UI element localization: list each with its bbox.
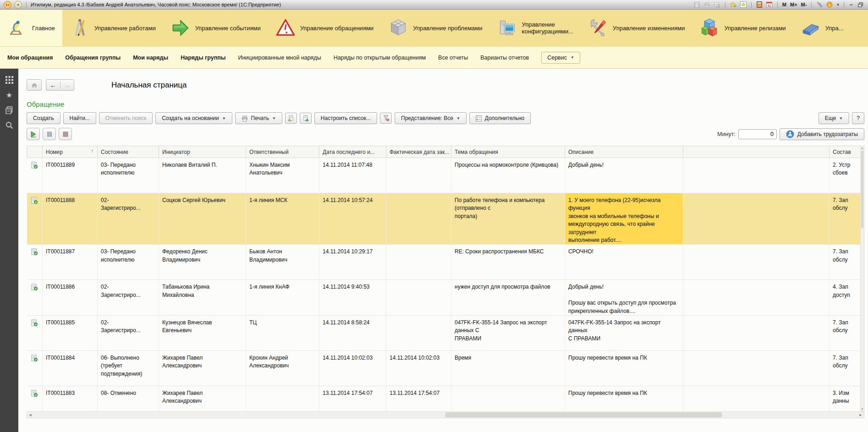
doc-check-icon — [27, 193, 43, 245]
home-button[interactable] — [27, 79, 42, 91]
table-row[interactable]: IT0001188602- Зарегистриро...Табанькова … — [27, 280, 861, 316]
tab-release-management[interactable]: Управление релизами — [692, 10, 793, 46]
tab-request-management[interactable]: Управление обращениями — [268, 10, 381, 46]
home-icon — [31, 82, 38, 88]
menu-my-orders[interactable]: Мои наряды — [133, 55, 168, 61]
tab-event-management[interactable]: Управление событиями — [163, 10, 268, 46]
col-initiator[interactable]: Инициатор — [159, 146, 246, 158]
form-menu-bar: Мои обращения Обращения группы Мои наряд… — [0, 47, 868, 69]
tab-configuration-management[interactable]: Управление конфигурациями... — [490, 10, 581, 46]
table-row[interactable]: IT0001188802- Зарегистриро...Соцков Серг… — [27, 193, 861, 245]
menu-group-orders[interactable]: Наряды группы — [181, 55, 225, 61]
sections-panel-icon[interactable] — [5, 75, 14, 84]
favorites-icon[interactable] — [740, 1, 747, 8]
tab-label: Управление изменениями — [613, 25, 685, 32]
print-button[interactable]: Печать▼ — [235, 112, 282, 124]
col-responsible[interactable]: Ответственный — [246, 146, 319, 158]
print-icon[interactable] — [703, 1, 711, 8]
more-button[interactable]: Еще▼ — [819, 112, 849, 124]
table-row[interactable]: IT0001188406- Выполнено (требует подтвер… — [27, 350, 861, 386]
vertical-scroll-thumb[interactable] — [861, 150, 863, 228]
col-state[interactable]: Состояние — [98, 146, 159, 158]
col-icon[interactable] — [27, 146, 43, 158]
cell-subject — [451, 386, 565, 411]
back-button[interactable]: ← — [46, 82, 60, 89]
output-list-button[interactable] — [285, 113, 297, 124]
m-plus-button[interactable]: M+ — [790, 2, 798, 7]
preview-icon[interactable] — [714, 1, 721, 8]
favorites-add-icon[interactable] — [730, 1, 737, 8]
view-filter-button[interactable]: Представление: Все▼ — [395, 112, 467, 124]
doc-check-icon — [27, 315, 43, 350]
pause-button[interactable] — [43, 128, 56, 140]
cancel-search-button[interactable]: Отменить поиск — [99, 112, 153, 124]
stop-button[interactable] — [59, 128, 72, 140]
open-list-button[interactable] — [300, 113, 312, 124]
calendar-icon[interactable]: 31 — [766, 1, 773, 8]
history-icon[interactable] — [5, 105, 14, 115]
scroll-up-icon[interactable]: ▲ — [861, 147, 864, 149]
restore-button[interactable] — [857, 1, 864, 8]
menu-initiated-orders[interactable]: Инициированные мной наряды — [238, 55, 321, 61]
col-subject[interactable]: Тема обращения — [451, 146, 565, 158]
add-labor-button[interactable]: Добавить трудозатраты — [780, 128, 864, 140]
cell-actual_date — [386, 158, 451, 193]
search-icon[interactable] — [5, 120, 14, 130]
tab-work-management[interactable]: Управление работами — [62, 10, 163, 46]
save-icon[interactable] — [693, 1, 701, 8]
system-menu-button[interactable]: ▼ — [14, 1, 22, 9]
cell-subject: Процессы на нормоконтроле (Кривцова) — [451, 158, 565, 193]
scroll-down-icon[interactable]: ▼ — [861, 408, 864, 410]
calculator-icon[interactable] — [756, 1, 763, 8]
horizontal-scroll-thumb[interactable] — [445, 412, 722, 417]
scroll-right-icon[interactable]: ▶ — [857, 412, 864, 417]
minutes-input[interactable] — [738, 129, 777, 139]
play-button[interactable] — [27, 128, 40, 140]
tab-change-management[interactable]: Управление изменениями — [581, 10, 692, 46]
create-based-on-button[interactable]: Создать на основании▼ — [155, 112, 232, 124]
horizontal-scrollbar[interactable]: ◀ ▶ — [27, 411, 864, 418]
m-minus-button[interactable]: M- — [801, 2, 808, 7]
col-spacer[interactable] — [683, 146, 830, 158]
col-service[interactable]: Состав — [830, 146, 861, 158]
sort-asc-icon: ↑ — [91, 148, 94, 153]
minimize-button[interactable]: – — [848, 1, 854, 8]
additional-button[interactable]: Дополнительно — [469, 112, 531, 124]
tab-problem-management[interactable]: Управление проблемами — [381, 10, 489, 46]
table-row[interactable]: IT0001188502- Зарегистриро...Кузнецов Вя… — [27, 315, 861, 350]
cell-description: Добрый день! Прошу вас открыть доступ дл… — [565, 280, 683, 316]
col-actual-date[interactable]: Фактическая дата зак... — [386, 146, 451, 158]
tab-main[interactable]: Главное — [0, 10, 62, 46]
scroll-left-icon[interactable]: ◀ — [27, 412, 33, 417]
find-button[interactable]: Найти... — [63, 112, 96, 124]
cell-actual_date: 14.11.2014 10:02:03 — [386, 350, 451, 386]
m-button[interactable]: M — [782, 2, 787, 7]
configure-list-button[interactable]: Настроить список... — [314, 112, 377, 124]
menu-report-variants[interactable]: Варианты отчетов — [480, 55, 529, 61]
forward-button[interactable]: → — [60, 82, 74, 89]
info-icon[interactable]: i — [826, 1, 833, 8]
info-dropdown-icon[interactable]: ▼ — [836, 3, 840, 7]
menu-group-requests[interactable]: Обращения группы — [65, 55, 121, 61]
clear-filter-button[interactable] — [380, 113, 392, 124]
settings-wrench-icon[interactable] — [816, 1, 823, 8]
table-row[interactable]: IT0001188308- ОтмененоЖихарев Павел Алек… — [27, 386, 861, 411]
chevron-down-icon: ▼ — [456, 116, 460, 120]
favorites-star-icon[interactable]: ★ — [5, 90, 14, 99]
service-menu-button[interactable]: Сервис▼ — [541, 52, 580, 64]
table-row[interactable]: IT0001188703- Передано исполнителюФедоре… — [27, 245, 861, 280]
create-button[interactable]: Создать — [27, 112, 60, 124]
1c-logo[interactable]: 1с — [4, 1, 11, 9]
tab-knowledge-management[interactable]: Упра... — [793, 10, 851, 46]
menu-all-reports[interactable]: Все отчеты — [438, 55, 468, 61]
menu-orders-open-requests[interactable]: Наряды по открытым обращениям — [334, 55, 426, 61]
vertical-scrollbar[interactable]: ▲ ▼ — [860, 146, 864, 411]
doc-import-icon — [302, 115, 309, 121]
table-row[interactable]: IT0001188903- Передано исполнителюНикола… — [27, 158, 861, 193]
window-title: Итилиум, редакция 4.3 /Бабаев Андрей Ана… — [31, 2, 281, 7]
col-description[interactable]: Описание — [565, 146, 683, 158]
menu-my-requests[interactable]: Мои обращения — [7, 55, 53, 61]
col-last-date[interactable]: Дата последнего и... — [319, 146, 386, 158]
help-button[interactable]: ? — [852, 112, 864, 124]
col-number[interactable]: Номер↑ — [43, 146, 98, 158]
